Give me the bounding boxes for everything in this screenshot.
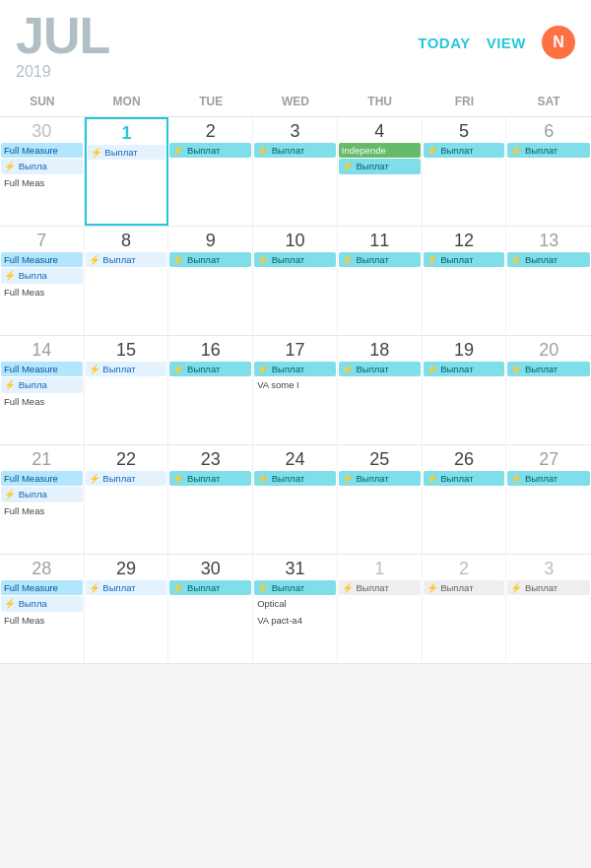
event[interactable]: Full Meas (1, 394, 83, 409)
event[interactable]: ⚡ Выплат (254, 252, 336, 267)
day-number: 24 (254, 447, 336, 470)
day-cell[interactable]: 20⚡ Выплат (506, 336, 591, 444)
month-label: JUL (16, 10, 109, 61)
event[interactable]: ⚡ Выпла (1, 487, 83, 501)
view-button[interactable]: VIEW (487, 34, 526, 51)
day-number: 2 (169, 119, 251, 142)
day-cell[interactable]: 25⚡ Выплат (338, 445, 423, 554)
day-cell[interactable]: 27⚡ Выплат (506, 445, 591, 554)
event[interactable]: ⚡ Выплат (86, 471, 167, 486)
event[interactable]: ⚡ Выплат (169, 143, 251, 158)
event[interactable]: ⚡ Выплат (86, 252, 167, 267)
day-number: 2 (424, 557, 505, 579)
day-cell[interactable]: 3⚡ Выплат (253, 117, 338, 226)
event[interactable]: ⚡ Выплат (254, 471, 336, 486)
day-cell[interactable]: 4Independe⚡ Выплат (338, 117, 423, 226)
event[interactable]: Full Meas (1, 175, 83, 190)
event[interactable]: Full Measure (1, 252, 83, 267)
event[interactable]: ⚡ Выплат (169, 252, 251, 267)
day-cell[interactable]: 5⚡ Выплат (423, 117, 507, 226)
day-cell[interactable]: 19⚡ Выплат (423, 336, 507, 444)
event[interactable]: ⚡ Выплат (339, 159, 421, 173)
day-number: 20 (507, 338, 590, 361)
day-cell[interactable]: 22⚡ Выплат (85, 445, 169, 554)
today-button[interactable]: TODAY (418, 34, 470, 51)
avatar[interactable]: N (542, 26, 575, 59)
event[interactable]: Optical (254, 596, 336, 611)
day-cell[interactable]: 12⚡ Выплат (423, 227, 507, 335)
day-cell[interactable]: 1⚡ Выплат (85, 117, 169, 226)
event[interactable]: ⚡ Выплат (424, 143, 505, 158)
event[interactable]: ⚡ Выплат (86, 580, 167, 595)
event[interactable]: Full Meas (1, 503, 83, 518)
day-cell[interactable]: 18⚡ Выплат (338, 336, 423, 444)
event[interactable]: ⚡ Выплат (88, 145, 166, 160)
event[interactable]: ⚡ Выплат (424, 252, 505, 267)
day-cell[interactable]: 11⚡ Выплат (338, 227, 423, 335)
week-row: 14Full Measure⚡ ВыплаFull Meas15⚡ Выплат… (0, 336, 591, 445)
day-number: 19 (424, 338, 505, 361)
event[interactable]: ⚡ Выпла (1, 159, 83, 173)
day-number: 14 (1, 338, 83, 361)
event[interactable]: ⚡ Выплат (254, 143, 336, 158)
day-cell[interactable]: 28Full Measure⚡ ВыплаFull Meas (0, 555, 85, 663)
event[interactable]: ⚡ Выпла (1, 377, 83, 392)
event[interactable]: ⚡ Выплат (169, 471, 251, 486)
day-cell[interactable]: 24⚡ Выплат (253, 445, 338, 554)
event[interactable]: ⚡ Выплат (339, 362, 421, 376)
day-cell[interactable]: 14Full Measure⚡ ВыплаFull Meas (0, 336, 85, 444)
day-cell[interactable]: 2⚡ Выплат (168, 117, 253, 226)
event[interactable]: ⚡ Выплат (169, 580, 251, 595)
day-cell[interactable]: 30⚡ Выплат (168, 555, 253, 663)
event[interactable]: ⚡ Выплат (169, 362, 251, 376)
day-cell[interactable]: 17⚡ ВыплатVA some I (253, 336, 338, 444)
event[interactable]: ⚡ Выплат (424, 580, 505, 595)
event[interactable]: Full Measure (1, 362, 83, 376)
event[interactable]: Full Measure (1, 143, 83, 158)
day-cell[interactable]: 8⚡ Выплат (85, 227, 169, 335)
event[interactable]: ⚡ Выплат (507, 580, 590, 595)
event[interactable]: Independe (339, 143, 421, 158)
day-cell[interactable]: 29⚡ Выплат (85, 555, 169, 663)
day-cell[interactable]: 1⚡ Выплат (338, 555, 423, 663)
event[interactable]: ⚡ Выплат (507, 362, 590, 376)
event[interactable]: ⚡ Выплат (339, 252, 421, 267)
day-cell[interactable]: 7Full Measure⚡ ВыплаFull Meas (0, 227, 85, 335)
event[interactable]: ⚡ Выпла (1, 268, 83, 283)
day-header-fri: FRI (423, 91, 507, 112)
event[interactable]: ⚡ Выплат (507, 471, 590, 486)
header-actions: TODAY VIEW N (418, 10, 575, 59)
event[interactable]: Full Meas (1, 613, 83, 628)
day-number: 1 (88, 121, 166, 144)
event[interactable]: ⚡ Выплат (254, 580, 336, 595)
event[interactable]: ⚡ Выплат (339, 580, 421, 595)
event[interactable]: ⚡ Выпла (1, 596, 83, 611)
event[interactable]: ⚡ Выплат (254, 362, 336, 376)
event[interactable]: VA some I (254, 377, 336, 392)
day-number: 28 (1, 557, 83, 579)
day-cell[interactable]: 9⚡ Выплат (168, 227, 253, 335)
day-cell[interactable]: 23⚡ Выплат (168, 445, 253, 554)
event[interactable]: ⚡ Выплат (86, 362, 167, 376)
day-cell[interactable]: 13⚡ Выплат (506, 227, 591, 335)
day-cell[interactable]: 26⚡ Выплат (423, 445, 507, 554)
day-number: 17 (254, 338, 336, 361)
event[interactable]: ⚡ Выплат (507, 143, 590, 158)
day-cell[interactable]: 6⚡ Выплат (506, 117, 591, 226)
day-cell[interactable]: 21Full Measure⚡ ВыплаFull Meas (0, 445, 85, 554)
day-cell[interactable]: 2⚡ Выплат (423, 555, 507, 663)
event[interactable]: ⚡ Выплат (339, 471, 421, 486)
event[interactable]: ⚡ Выплат (424, 362, 505, 376)
day-cell[interactable]: 16⚡ Выплат (168, 336, 253, 444)
event[interactable]: Full Meas (1, 285, 83, 300)
event[interactable]: Full Measure (1, 580, 83, 595)
day-cell[interactable]: 31⚡ ВыплатOpticalVA pact-a4 (253, 555, 338, 663)
event[interactable]: ⚡ Выплат (507, 252, 590, 267)
day-cell[interactable]: 3⚡ Выплат (506, 555, 591, 663)
day-cell[interactable]: 10⚡ Выплат (253, 227, 338, 335)
event[interactable]: ⚡ Выплат (424, 471, 505, 486)
day-cell[interactable]: 30Full Measure⚡ ВыплаFull Meas (0, 117, 85, 226)
event[interactable]: VA pact-a4 (254, 613, 336, 628)
day-cell[interactable]: 15⚡ Выплат (85, 336, 169, 444)
event[interactable]: Full Measure (1, 471, 83, 486)
